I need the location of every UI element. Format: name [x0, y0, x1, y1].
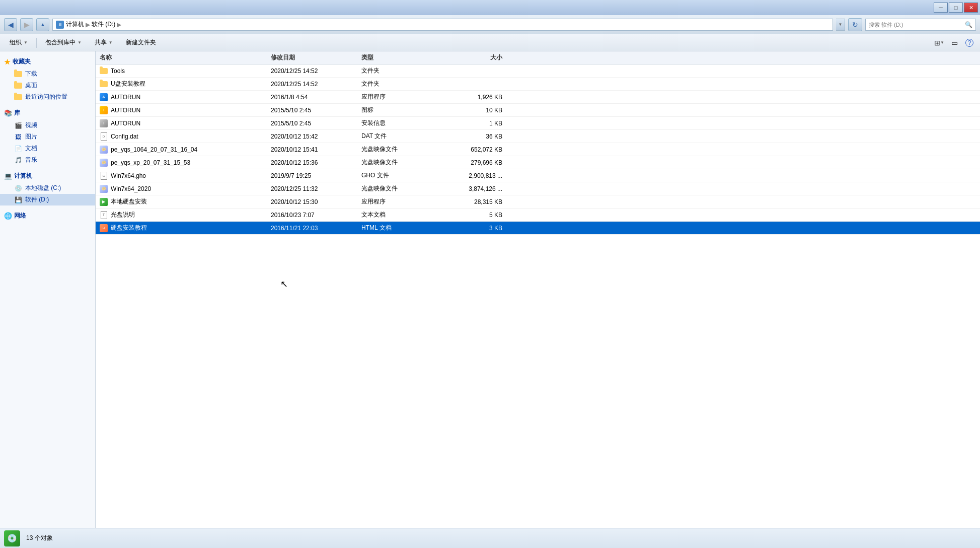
file-type: 文件夹	[361, 66, 442, 75]
forward-button[interactable]: ▶	[20, 18, 33, 31]
table-row[interactable]: T 光盘说明 2016/10/23 7:07 文本文档 5 KB	[96, 209, 980, 222]
sidebar-item-recent[interactable]: 最近访问的位置	[0, 91, 95, 103]
file-date: 2020/12/25 11:32	[271, 185, 361, 192]
file-type: HTML 文档	[361, 224, 442, 232]
file-type: 光盘映像文件	[361, 158, 442, 167]
sidebar-item-downloads[interactable]: 下载	[0, 68, 95, 80]
search-icon[interactable]: 🔍	[965, 21, 972, 28]
help-button[interactable]: ?	[963, 36, 976, 49]
col-type-header[interactable]: 类型	[361, 53, 442, 62]
address-path[interactable]: 🖥 计算机 ▶ 软件 (D:) ▶	[52, 19, 833, 31]
col-name-header[interactable]: 名称	[100, 53, 271, 62]
path-dropdown[interactable]: ▼	[836, 19, 845, 31]
table-row[interactable]: H 硬盘安装教程 2016/11/21 22:03 HTML 文档 3 KB	[96, 222, 980, 235]
file-date: 2020/10/12 15:42	[271, 133, 361, 140]
file-type: 光盘映像文件	[361, 145, 442, 154]
status-bar: 💿 13 个对象	[0, 528, 980, 548]
search-box[interactable]: 🔍	[865, 19, 976, 31]
file-list: Tools 2020/12/25 14:52 文件夹 U盘安装教程 2020/1…	[96, 64, 980, 235]
search-input[interactable]	[869, 22, 963, 28]
close-button[interactable]: ✕	[964, 3, 978, 13]
favorites-label: 收藏夹	[13, 57, 31, 66]
file-name-cell: A AUTORUN	[100, 93, 271, 101]
file-name: pe_yqs_1064_20_07_31_16_04	[111, 146, 197, 153]
file-size: 10 KB	[442, 107, 502, 114]
file-name: AUTORUN	[111, 94, 140, 101]
include-label: 包含到库中	[45, 38, 76, 47]
favorites-group-header[interactable]: ★ 收藏夹	[0, 55, 95, 68]
table-row[interactable]: G Win7x64.gho 2019/9/7 19:25 GHO 文件 2,90…	[96, 169, 980, 182]
organize-dropdown-icon: ▼	[24, 40, 28, 45]
file-type: GHO 文件	[361, 171, 442, 180]
view-icon: ⊞	[934, 39, 940, 47]
col-size-header[interactable]: 大小	[442, 53, 502, 62]
sidebar-item-desktop[interactable]: 桌面	[0, 80, 95, 91]
computer-label: 计算机	[14, 172, 32, 180]
table-row[interactable]: I AUTORUN 2015/5/10 2:45 图标 10 KB	[96, 104, 980, 117]
file-name-cell: i AUTORUN	[100, 119, 271, 127]
library-group-header[interactable]: 📚 库	[0, 107, 95, 119]
col-date-header[interactable]: 修改日期	[271, 53, 361, 62]
file-size: 3 KB	[442, 225, 502, 232]
local-c-label: 本地磁盘 (C:)	[25, 184, 61, 192]
file-name: Config.dat	[111, 133, 138, 140]
sidebar-item-image[interactable]: 🖼 图片	[0, 131, 95, 143]
include-button[interactable]: 包含到库中 ▼	[40, 36, 87, 49]
table-row[interactable]: 📀 pe_yqs_1064_20_07_31_16_04 2020/10/12 …	[96, 143, 980, 156]
sidebar-item-video[interactable]: 🎬 视频	[0, 119, 95, 131]
file-icon: 📀	[100, 146, 108, 154]
sidebar-item-music[interactable]: 🎵 音乐	[0, 154, 95, 166]
table-row[interactable]: 📀 pe_yqs_xp_20_07_31_15_53 2020/10/12 15…	[96, 156, 980, 169]
file-name: Win7x64_2020	[111, 185, 151, 192]
refresh-button[interactable]: ↻	[848, 18, 862, 31]
downloads-icon	[14, 70, 22, 78]
file-icon: I	[100, 106, 108, 114]
desktop-icon	[14, 82, 22, 90]
file-date: 2016/11/21 22:03	[271, 225, 361, 232]
organize-button[interactable]: 组织 ▼	[4, 36, 33, 49]
drive-c-icon: 💿	[14, 184, 22, 192]
computer-icon: 💻	[4, 172, 12, 180]
iso-icon: 📀	[100, 159, 108, 167]
minimize-button[interactable]: ─	[934, 3, 948, 13]
table-row[interactable]: D Config.dat 2020/10/12 15:42 DAT 文件 36 …	[96, 130, 980, 143]
file-icon: G	[100, 172, 108, 180]
music-label: 音乐	[25, 156, 37, 164]
file-name-cell: 📀 pe_yqs_xp_20_07_31_15_53	[100, 159, 271, 167]
file-date: 2015/5/10 2:45	[271, 107, 361, 114]
sidebar-item-doc[interactable]: 📄 文档	[0, 143, 95, 154]
share-button[interactable]: 共享 ▼	[89, 36, 118, 49]
file-type: 应用程序	[361, 93, 442, 101]
table-row[interactable]: 📀 Win7x64_2020 2020/12/25 11:32 光盘映像文件 3…	[96, 182, 980, 195]
view-toggle-button[interactable]: ⊞ ▼	[933, 36, 946, 49]
folder-icon	[100, 68, 108, 74]
file-type: 应用程序	[361, 197, 442, 206]
recent-label: 最近访问的位置	[25, 93, 67, 101]
video-label: 视频	[25, 121, 37, 129]
video-icon: 🎬	[14, 121, 22, 129]
path-drive: 软件 (D:)	[92, 20, 115, 29]
back-button[interactable]: ◀	[4, 18, 17, 31]
share-label: 共享	[95, 38, 107, 47]
doc-icon: 📄	[14, 145, 22, 153]
network-group-header[interactable]: 🌐 网络	[0, 210, 95, 222]
up-button[interactable]: ▲	[36, 18, 49, 31]
table-row[interactable]: U盘安装教程 2020/12/25 14:52 文件夹	[96, 78, 980, 91]
file-type: 文本文档	[361, 211, 442, 219]
maximize-button[interactable]: □	[949, 3, 963, 13]
chevron-down-icon: ▼	[839, 22, 843, 27]
sidebar-item-local-c[interactable]: 💿 本地磁盘 (C:)	[0, 182, 95, 194]
preview-pane-button[interactable]: ▭	[948, 36, 961, 49]
doc-label: 文档	[25, 144, 37, 153]
file-list-header: 名称 修改日期 类型 大小	[96, 51, 980, 64]
new-folder-button[interactable]: 新建文件夹	[120, 36, 162, 49]
computer-group-header[interactable]: 💻 计算机	[0, 170, 95, 182]
table-row[interactable]: i AUTORUN 2015/5/10 2:45 安装信息 1 KB	[96, 117, 980, 130]
sidebar-item-soft-d[interactable]: 💾 软件 (D:)	[0, 194, 95, 206]
file-type: 光盘映像文件	[361, 184, 442, 193]
path-sep-2: ▶	[117, 21, 121, 28]
file-size: 2,900,813 ...	[442, 172, 502, 179]
table-row[interactable]: Tools 2020/12/25 14:52 文件夹	[96, 64, 980, 78]
table-row[interactable]: A AUTORUN 2016/1/8 4:54 应用程序 1,926 KB	[96, 91, 980, 104]
table-row[interactable]: ▶ 本地硬盘安装 2020/10/12 15:30 应用程序 28,315 KB	[96, 195, 980, 209]
